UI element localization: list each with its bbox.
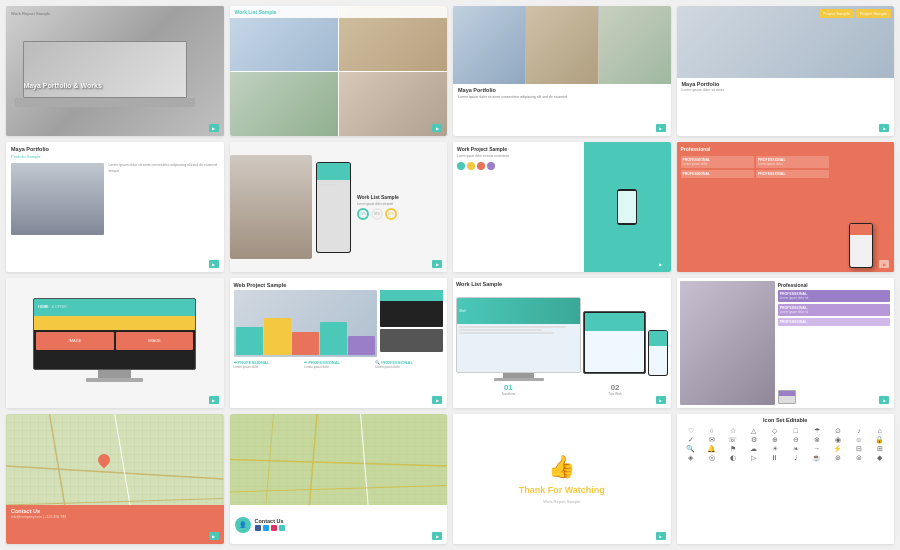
slide12-text2: Lorem ipsum dolor sit bbox=[780, 310, 888, 314]
slide13-play[interactable] bbox=[209, 532, 219, 540]
slide14-title: Contact Us bbox=[255, 518, 285, 524]
slide13-info: info@company.com | +123 456 789 bbox=[11, 515, 219, 519]
slide12-play[interactable] bbox=[879, 396, 889, 404]
icon-diamond: ◇ bbox=[765, 427, 785, 435]
svg-line-9 bbox=[230, 486, 448, 493]
icon-gear: ⚙ bbox=[744, 436, 764, 444]
slide-grid: Work Report Sample Maya Portfolio & Work… bbox=[0, 0, 900, 550]
icon-lightning: ⚡ bbox=[828, 445, 848, 453]
slide6-title: Work List Sample bbox=[357, 194, 445, 200]
icon-home: ⌂ bbox=[870, 427, 890, 435]
slide5-play[interactable] bbox=[209, 260, 219, 268]
slide7-text: Lorem ipsum dolor sit amet consectetur bbox=[457, 154, 580, 159]
slide-16[interactable]: Icon Set Editable ♡ ○ ☆ △ ◇ □ ☂ ⊙ ♪ ⌂ ✓ … bbox=[677, 414, 895, 544]
slide15-title: Thank For Watching bbox=[519, 485, 605, 497]
icon-lock: 🔒 bbox=[870, 436, 890, 444]
icon-target: ⊙ bbox=[828, 427, 848, 435]
slide8-text2: Lorem ipsum dolor bbox=[758, 162, 827, 166]
slide-15[interactable]: 👍 Thank For Watching Work Report Sample bbox=[453, 414, 671, 544]
slide11-play[interactable] bbox=[656, 396, 666, 404]
icon-bookmark: ⊟ bbox=[849, 445, 869, 453]
icon-mail: ✉ bbox=[702, 436, 722, 444]
slide-10[interactable]: Web Project Sample bbox=[230, 278, 448, 408]
slide-7[interactable]: Work Project Sample Lorem ipsum dolor si… bbox=[453, 142, 671, 272]
slide6-circle3: 80% bbox=[385, 208, 397, 220]
slide10-text1: Lorem ipsum dolor bbox=[234, 365, 302, 369]
icon-plus-circle: ⊕ bbox=[765, 436, 785, 444]
slide-8[interactable]: Professional PROFESSIONAL Lorem ipsum do… bbox=[677, 142, 895, 272]
slide-14[interactable]: 👤 Contact Us bbox=[230, 414, 448, 544]
slide14-play[interactable] bbox=[432, 532, 442, 540]
slide11-stat2: 02 bbox=[563, 383, 668, 392]
icon-music: ♪ bbox=[849, 427, 869, 435]
slide10-text3: Lorem ipsum dolor bbox=[375, 365, 443, 369]
icon-pause: ⏸ bbox=[765, 454, 785, 462]
slide1-tag: Work Report Sample bbox=[11, 11, 50, 16]
slide6-play[interactable] bbox=[432, 260, 442, 268]
slide8-feat3: PROFESSIONAL bbox=[683, 172, 752, 176]
slide-2[interactable]: Work List Sample bbox=[230, 6, 448, 136]
slide8-title: Professional bbox=[681, 146, 830, 152]
icon-cloud: ☁ bbox=[744, 445, 764, 453]
slide-9[interactable]: HOME & OFFER IMAGE IMAGE bbox=[6, 278, 224, 408]
slide10-play[interactable] bbox=[432, 396, 442, 404]
icon-chat: ◎ bbox=[702, 454, 722, 462]
slide-12[interactable]: Professional PROFESSIONAL Lorem ipsum do… bbox=[677, 278, 895, 408]
slide6-text: Lorem ipsum dolor sit amet bbox=[357, 202, 445, 207]
icon-square: □ bbox=[786, 427, 806, 435]
slide16-title: Icon Set Editable bbox=[680, 417, 892, 423]
icon-checkmark: ✓ bbox=[681, 436, 701, 444]
slide4-title: Maya Portfolio bbox=[682, 81, 890, 87]
slide12-feat3: PROFESSIONAL bbox=[780, 320, 888, 324]
slide15-icon: 👍 bbox=[548, 454, 575, 480]
icon-tag: ⊛ bbox=[828, 454, 848, 462]
slide3-play[interactable] bbox=[656, 124, 666, 132]
slide15-subtitle: Work Report Sample bbox=[543, 499, 580, 504]
icon-search: 🔍 bbox=[681, 445, 701, 453]
slide11-stat1: 01 bbox=[456, 383, 561, 392]
slide2-title: Work List Sample bbox=[235, 9, 277, 15]
slide-13[interactable]: Contact Us info@company.com | +123 456 7… bbox=[6, 414, 224, 544]
slide10-title: Web Project Sample bbox=[234, 282, 444, 288]
slide6-circle2: 50% bbox=[371, 208, 383, 220]
slide9-nav-offer: & OFFER bbox=[52, 305, 67, 309]
icon-minus-circle: ⊖ bbox=[786, 436, 806, 444]
icon-phone: ☏ bbox=[723, 436, 743, 444]
slide9-nav-home: HOME bbox=[38, 305, 49, 309]
slide-4[interactable]: Project Sample Project Sample Maya Portf… bbox=[677, 6, 895, 136]
slide1-title: Maya Portfolio & Works bbox=[23, 81, 101, 91]
slide9-img2: IMAGE bbox=[116, 332, 194, 349]
slide10-text2: Lorem ipsum dolor bbox=[304, 365, 372, 369]
slide-1[interactable]: Work Report Sample Maya Portfolio & Work… bbox=[6, 6, 224, 136]
slide9-play[interactable] bbox=[209, 396, 219, 404]
slide13-title: Contact Us bbox=[11, 508, 219, 514]
slide2-play[interactable] bbox=[432, 124, 442, 132]
slide7-title: Work Project Sample bbox=[457, 146, 580, 152]
svg-line-2 bbox=[6, 466, 224, 479]
icon-star: ☆ bbox=[723, 427, 743, 435]
slide11-stat2-label: True Work bbox=[563, 392, 668, 396]
slide4-play[interactable] bbox=[879, 124, 889, 132]
slide4-text: Lorem ipsum dolor sit amet bbox=[682, 88, 890, 93]
icon-sun: ☀ bbox=[765, 445, 785, 453]
slide2-title-bar: Work List Sample bbox=[230, 6, 448, 18]
slide12-text1: Lorem ipsum dolor sit bbox=[780, 296, 888, 300]
slide-11[interactable]: Work List Sample Work bbox=[453, 278, 671, 408]
slide7-play[interactable] bbox=[656, 260, 666, 268]
icon-x-circle: ⊗ bbox=[807, 436, 827, 444]
icon-time: ⊜ bbox=[849, 454, 869, 462]
slide-5[interactable]: Maya Portfolio Portfolio Sample Lorem ip… bbox=[6, 142, 224, 272]
icon-grid: ⊞ bbox=[870, 445, 890, 453]
slide4-tag1: Project Sample bbox=[819, 9, 854, 18]
icon-arrow: → bbox=[807, 445, 827, 453]
slide-3[interactable]: Maya Portfolio Lorem ipsum dolor sit ame… bbox=[453, 6, 671, 136]
icon-note: ♩ bbox=[786, 454, 806, 462]
icon-flag: ⚑ bbox=[723, 445, 743, 453]
slide15-play[interactable] bbox=[656, 532, 666, 540]
icon-coffee: ☕ bbox=[807, 454, 827, 462]
slide-6[interactable]: Work List Sample Lorem ipsum dolor sit a… bbox=[230, 142, 448, 272]
slide8-play[interactable]: ▶ bbox=[879, 260, 889, 268]
icon-triangle: △ bbox=[744, 427, 764, 435]
slide5-subtitle: Portfolio Sample bbox=[11, 154, 219, 159]
slide1-play[interactable] bbox=[209, 124, 219, 132]
